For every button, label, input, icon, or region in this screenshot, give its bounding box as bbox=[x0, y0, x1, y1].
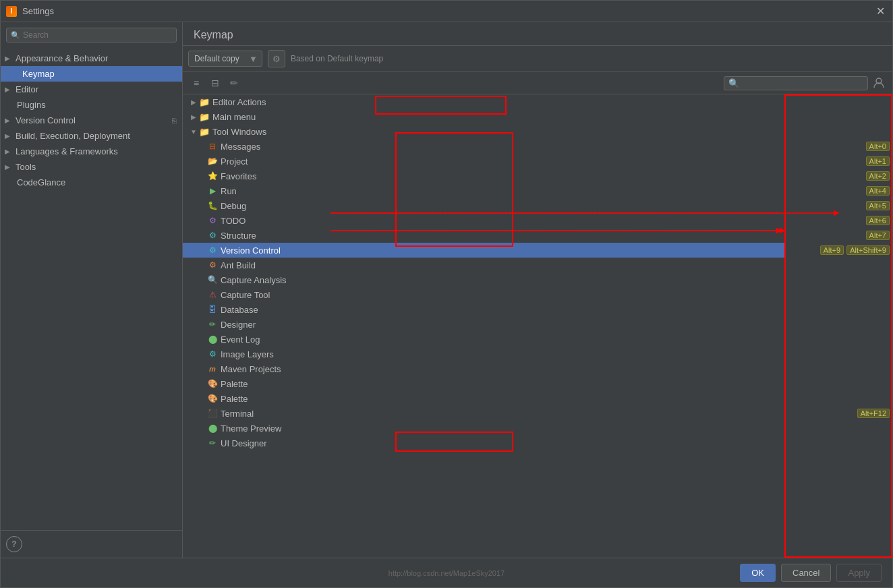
apply-button[interactable]: Apply bbox=[836, 564, 882, 582]
sidebar-item-editor[interactable]: ▶ Editor bbox=[1, 82, 182, 97]
tree-row-run[interactable]: ▶ Run bbox=[183, 183, 784, 198]
tree-row-maven[interactable]: m Maven Projects bbox=[183, 361, 784, 376]
tree-row-debug[interactable]: 🐛 Debug bbox=[183, 198, 784, 213]
keymap-select[interactable]: Default copy bbox=[189, 51, 245, 66]
vc-icon: ⚙ bbox=[207, 245, 218, 256]
tree-row-image-layers[interactable]: ⚙ Image Layers bbox=[183, 347, 784, 361]
tree-row-theme-preview[interactable]: ⬤ Theme Preview bbox=[183, 421, 784, 436]
tree-row-todo[interactable]: ⚙ TODO bbox=[183, 213, 784, 228]
tree-row-capture-tool[interactable]: ⚠ Capture Tool bbox=[183, 287, 784, 302]
keymap-based-on: Based on Default keymap bbox=[291, 54, 383, 63]
sidebar-label-tools: Tools bbox=[16, 162, 177, 172]
toolbar-search-icon: 🔍 bbox=[728, 78, 739, 88]
sidebar-item-plugins[interactable]: Plugins bbox=[1, 97, 182, 113]
tree-row-tool-windows[interactable]: ▼ 📁 Tool Windows bbox=[183, 124, 784, 139]
palette1-label: Palette bbox=[221, 379, 779, 389]
tree-row-palette1[interactable]: 🎨 Palette bbox=[183, 376, 784, 391]
tree-row-designer[interactable]: ✏ Designer bbox=[183, 317, 784, 332]
sidebar-item-codeglance[interactable]: CodeGlance bbox=[1, 175, 182, 190]
sidebar-search-wrapper[interactable]: 🔍 bbox=[6, 28, 177, 42]
app-icon: I bbox=[6, 6, 17, 17]
tree-row-version-control[interactable]: ⚙ Version Control bbox=[183, 243, 784, 258]
terminal-icon: ⬛ bbox=[207, 408, 218, 419]
toolbar-search-wrapper[interactable]: 🔍 bbox=[724, 76, 868, 90]
structure-shortcut-tag: Alt+7 bbox=[866, 231, 890, 240]
shortcut-main-menu bbox=[785, 109, 892, 124]
maven-label: Maven Projects bbox=[221, 364, 779, 374]
close-button[interactable]: ✕ bbox=[873, 5, 887, 18]
palette2-icon: 🎨 bbox=[207, 393, 218, 404]
shortcut-uidesigner bbox=[785, 436, 892, 450]
shortcut-theme bbox=[785, 421, 892, 436]
sidebar-item-version-control[interactable]: ▶ Version Control ⎘ bbox=[1, 113, 182, 128]
toolbar-search-input[interactable] bbox=[742, 78, 863, 88]
ant-icon: ⚙ bbox=[207, 260, 218, 270]
terminal-label: Terminal bbox=[221, 409, 779, 419]
settings-window: I Settings ✕ 🔍 ▶ Appearance & Behavior bbox=[0, 0, 893, 588]
sidebar-search-input[interactable] bbox=[23, 30, 172, 40]
tree-row-palette2[interactable]: 🎨 Palette bbox=[183, 391, 784, 406]
title-bar: I Settings ✕ bbox=[1, 1, 892, 22]
sidebar-item-keymap[interactable]: Keymap bbox=[1, 66, 182, 82]
tree-row-ui-designer[interactable]: ✏ UI Designer bbox=[183, 436, 784, 450]
cancel-button[interactable]: Cancel bbox=[781, 564, 831, 582]
tool-windows-icon: 📁 bbox=[199, 126, 210, 137]
tree-row-event-log[interactable]: ⬤ Event Log bbox=[183, 332, 784, 347]
tree-row-project[interactable]: 📂 Project bbox=[183, 154, 784, 169]
sidebar-item-appearance[interactable]: ▶ Appearance & Behavior bbox=[1, 51, 182, 66]
todo-label: TODO bbox=[221, 216, 779, 226]
ok-button[interactable]: OK bbox=[740, 564, 776, 582]
collapse-all-button[interactable]: ⊟ bbox=[207, 75, 223, 91]
eventlog-icon: ⬤ bbox=[207, 334, 218, 345]
messages-icon: ⊟ bbox=[207, 141, 218, 152]
run-shortcut-tag: Alt+4 bbox=[866, 186, 890, 196]
sidebar-bottom: ? bbox=[1, 530, 182, 558]
sidebar-arrow-tools: ▶ bbox=[5, 163, 13, 171]
editor-actions-icon: 📁 bbox=[199, 96, 210, 107]
tree-row-messages[interactable]: ⊟ Messages bbox=[183, 139, 784, 154]
uidesigner-label: UI Designer bbox=[221, 438, 779, 448]
tree-row-editor-actions[interactable]: ▶ 📁 Editor Actions bbox=[183, 94, 784, 109]
imagelayers-label: Image Layers bbox=[221, 349, 779, 359]
vc-shortcut-tag-2: Alt+Shift+9 bbox=[846, 245, 890, 255]
tree-row-main-menu[interactable]: ▶ 📁 Main menu bbox=[183, 109, 784, 124]
tree-row-structure[interactable]: ⚙ Structure bbox=[183, 228, 784, 243]
shortcut-ant bbox=[785, 258, 892, 272]
edit-button[interactable]: ✏ bbox=[226, 75, 242, 91]
designer-icon: ✏ bbox=[207, 319, 218, 330]
debug-label: Debug bbox=[221, 201, 779, 211]
tree-row-capture-analysis[interactable]: 🔍 Capture Analysis bbox=[183, 272, 784, 287]
terminal-shortcut-tag: Alt+F12 bbox=[857, 409, 890, 418]
favorites-shortcut-tag: Alt+2 bbox=[866, 171, 890, 181]
tree-row-ant-build[interactable]: ⚙ Ant Build bbox=[183, 258, 784, 272]
expand-all-button[interactable]: ≡ bbox=[188, 75, 204, 91]
keymap-gear-button[interactable]: ⚙ bbox=[268, 50, 285, 67]
database-icon: 🗄 bbox=[207, 304, 218, 315]
debug-shortcut-tag: Alt+5 bbox=[866, 201, 890, 210]
help-button[interactable]: ? bbox=[6, 536, 22, 552]
window-title: Settings bbox=[22, 6, 54, 16]
keymap-panel: Keymap Default copy ▼ ⚙ Based on Default… bbox=[183, 22, 892, 558]
tree-row-database[interactable]: 🗄 Database bbox=[183, 302, 784, 317]
keymap-select-wrapper[interactable]: Default copy ▼ bbox=[188, 51, 262, 67]
sidebar-label-plugins: Plugins bbox=[17, 100, 177, 110]
sidebar-label-build: Build, Execution, Deployment bbox=[16, 131, 177, 141]
sidebar-item-build[interactable]: ▶ Build, Execution, Deployment bbox=[1, 128, 182, 144]
structure-label: Structure bbox=[221, 231, 779, 241]
shortcut-structure: Alt+7 bbox=[785, 228, 892, 243]
sidebar-item-tools[interactable]: ▶ Tools bbox=[1, 159, 182, 175]
tree-row-favorites[interactable]: ⭐ Favorites bbox=[183, 169, 784, 183]
favorites-label: Favorites bbox=[221, 171, 779, 181]
shortcut-terminal: Alt+F12 bbox=[785, 406, 892, 421]
user-icon[interactable] bbox=[871, 75, 887, 91]
editor-actions-arrow: ▶ bbox=[188, 98, 199, 106]
title-bar-left: I Settings bbox=[6, 6, 54, 17]
sidebar-label-codeglance: CodeGlance bbox=[17, 177, 177, 187]
todo-icon: ⚙ bbox=[207, 215, 218, 226]
sidebar-item-languages[interactable]: ▶ Languages & Frameworks bbox=[1, 144, 182, 159]
shortcut-palette2 bbox=[785, 391, 892, 406]
keymap-tree: ▶ 📁 Editor Actions ▶ 📁 Main menu ▼ 📁 bbox=[183, 94, 784, 558]
shortcut-vc: Alt+9 Alt+Shift+9 bbox=[785, 243, 892, 258]
todo-shortcut-tag: Alt+6 bbox=[866, 216, 890, 225]
tree-row-terminal[interactable]: ⬛ Terminal bbox=[183, 406, 784, 421]
